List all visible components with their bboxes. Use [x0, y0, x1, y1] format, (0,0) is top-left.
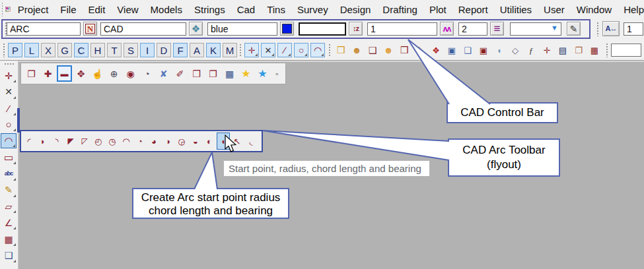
polygon-settings-button[interactable]: ◇	[509, 43, 522, 57]
text-size-button[interactable]: A↔	[602, 21, 620, 36]
pan-hand-button[interactable]: ☝	[90, 65, 105, 82]
cad-letter-button-p[interactable]: P	[8, 43, 22, 57]
point-flyout-button[interactable]: ✛	[1, 68, 17, 83]
arc-start-centre-button[interactable]: ◕	[147, 133, 161, 150]
arc-centre-point-button[interactable]: ◷	[106, 133, 119, 150]
favourite-blue-star-button[interactable]: ★	[255, 65, 270, 82]
plan-settings-button[interactable]: ✛	[540, 43, 554, 57]
zoom-out-button[interactable]: ▬	[57, 65, 72, 82]
text-size-field[interactable]	[624, 22, 643, 36]
arc-tangent-button[interactable]: ◒	[189, 133, 202, 150]
cad-letter-button-x[interactable]: X	[41, 43, 55, 57]
folder-send-button[interactable]: ❒	[334, 43, 347, 57]
copy-view-button[interactable]: ❐	[205, 65, 221, 82]
saucer-settings-button[interactable]: ◖	[493, 43, 506, 57]
polygon-flyout-button[interactable]: ⌂	[1, 264, 17, 269]
menu-item-project[interactable]: Project	[18, 4, 49, 15]
cad-toolbar-grip[interactable]	[3, 43, 6, 57]
symbol-flyout-button[interactable]: ▱	[1, 198, 17, 214]
label-button[interactable]: ❖	[429, 43, 443, 57]
clipboard-button[interactable]: ❐	[572, 43, 585, 57]
menu-grip[interactable]	[1, 2, 3, 16]
textstyle-bar-grip[interactable]	[596, 22, 600, 36]
notebook-button[interactable]: ❑	[366, 43, 379, 57]
cad-letter-button-t[interactable]: T	[107, 43, 122, 57]
cad-letter-button-l[interactable]: L	[24, 43, 39, 57]
folder-library-button[interactable]: ❒	[398, 43, 411, 57]
menu-item-tins[interactable]: Tins	[267, 4, 285, 15]
text-flyout-button[interactable]: abc	[1, 166, 17, 181]
rectangle-flyout-button[interactable]: ▭	[1, 150, 17, 165]
linestyle-field[interactable]	[367, 22, 437, 36]
arc-flyout-button[interactable]: ◠	[1, 133, 17, 148]
line-snap-button[interactable]: ∕	[277, 43, 292, 57]
grid-view-button[interactable]: ▦	[222, 65, 237, 82]
menu-item-view[interactable]: View	[117, 4, 138, 15]
favourite-yellow-star-button[interactable]: ★	[238, 65, 254, 82]
zoom-in-button[interactable]: ✚	[40, 65, 55, 82]
arc-tangent-radius-button[interactable]: ◐	[203, 133, 216, 150]
edit-notes-button[interactable]: ✎	[413, 43, 427, 57]
arc-2-points-button[interactable]: ◴	[92, 133, 105, 150]
menu-item-user[interactable]: User	[544, 4, 565, 15]
colour-swatch-button[interactable]	[280, 22, 294, 36]
image-editor-button[interactable]: ▣	[445, 43, 458, 57]
left-toolbar-grip[interactable]	[4, 63, 15, 66]
cad-letter-button-s[interactable]: S	[124, 43, 138, 57]
zoom-previous-button[interactable]: ◔	[139, 65, 155, 82]
circle-flyout-button[interactable]: ○	[1, 117, 17, 132]
cad-letter-button-g[interactable]: G	[57, 43, 72, 57]
model-field[interactable]	[100, 22, 186, 36]
arc-start-end-radius-button[interactable]: ◔	[133, 133, 147, 150]
menu-item-utilities[interactable]: Utilities	[500, 4, 532, 15]
menu-item-file[interactable]: File	[60, 4, 76, 15]
colour-picker-button[interactable]: ✎	[567, 22, 581, 36]
arc-select-button[interactable]: ↖	[231, 133, 244, 150]
zoom-dynamic-button[interactable]: ⊕	[106, 65, 122, 82]
arc-chord-direction-button[interactable]: ◝	[50, 133, 63, 150]
plot-preview-button[interactable]: ☻	[350, 43, 363, 57]
menu-item-drafting[interactable]: Drafting	[382, 4, 417, 15]
arc-angle-button[interactable]: ◤	[64, 133, 77, 150]
lineweight-button[interactable]: ≡	[490, 22, 504, 36]
plot-view-button[interactable]: ❒	[189, 65, 204, 82]
name-n-button[interactable]: N	[83, 22, 97, 36]
cad-letter-button-f[interactable]: F	[173, 43, 188, 57]
weight-field[interactable]	[458, 22, 487, 36]
cad-letter-button-m[interactable]: M	[223, 43, 237, 57]
function-settings-button[interactable]: ƒ	[524, 43, 538, 57]
cad-letter-button-d[interactable]: D	[157, 43, 171, 57]
menu-item-design[interactable]: Design	[340, 4, 371, 15]
menu-item-strings[interactable]: Strings	[194, 4, 225, 15]
intersection-flyout-button[interactable]: ✕	[1, 84, 17, 100]
right-field-grip[interactable]	[606, 43, 609, 57]
menu-item-window[interactable]: Window	[577, 4, 612, 15]
view-create-flyout-button[interactable]: ❑	[1, 248, 17, 263]
cad-letter-button-a[interactable]: A	[190, 43, 204, 57]
circle-snap-button[interactable]: ○	[294, 43, 308, 57]
cad-letter-button-i[interactable]: I	[140, 43, 155, 57]
arc-start-radius-chord-bearing-button[interactable]: ◖	[217, 133, 230, 150]
arc-centre-angle-button[interactable]: ◶	[175, 133, 188, 150]
menu-item-help[interactable]: Help	[624, 4, 644, 15]
report-window-button[interactable]: ▤	[556, 43, 569, 57]
windows-button[interactable]: ❐	[24, 65, 39, 82]
menu-item-models[interactable]: Models	[151, 4, 182, 15]
measure-flyout-button[interactable]: ∠	[1, 215, 17, 230]
linestyle-button[interactable]: ʌʌ	[440, 22, 454, 36]
arc-snap-button[interactable]: ◠	[310, 43, 325, 57]
arc-chord-button[interactable]: ◗	[36, 133, 50, 150]
pan-extents-button[interactable]: ✥	[73, 65, 89, 82]
height-field[interactable]	[299, 22, 346, 36]
line-flyout-button[interactable]: ∕	[1, 101, 17, 116]
arc-points-radius-button[interactable]: ◑	[161, 133, 174, 150]
tin-dropdown-icon[interactable]: ▼	[551, 24, 558, 32]
zoom-extents-button[interactable]: ◉	[123, 65, 138, 82]
point-snap-button[interactable]: ✛	[244, 43, 259, 57]
arc-radius-point-button[interactable]: ◠	[120, 133, 133, 150]
window-settings-button[interactable]: ❑	[461, 43, 474, 57]
delete-view-button[interactable]: ✘	[156, 65, 171, 82]
menu-item-report[interactable]: Report	[458, 4, 488, 15]
arc-fillet-button[interactable]: ◟	[244, 133, 258, 150]
cad-letter-button-h[interactable]: H	[90, 43, 105, 57]
